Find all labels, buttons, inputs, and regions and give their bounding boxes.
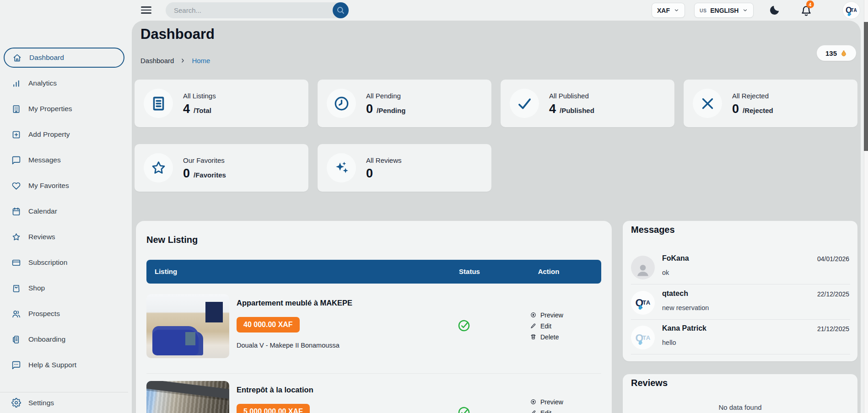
sidebar-item-label: Messages	[28, 156, 61, 164]
sidebar-item-my-properties[interactable]: My Properties	[0, 96, 128, 122]
search-icon	[336, 6, 345, 15]
clock-icon	[333, 95, 350, 112]
help-chat-icon	[11, 360, 21, 370]
stat-card-our-favorites[interactable]: Our Favorites 0 /Favorites	[135, 144, 308, 192]
home-icon	[12, 53, 22, 63]
scrollbar-thumb[interactable]	[864, 22, 868, 151]
stats-grid: All Listings 4 /Total All Pending 0 /Pen…	[135, 80, 857, 192]
message-sender: FoKana	[662, 254, 689, 263]
reviews-panel: Reviews No data found	[623, 374, 857, 413]
message-date: 21/12/2025	[817, 325, 849, 333]
sidebar-item-settings[interactable]: Settings	[0, 392, 128, 413]
sidebar-item-label: Onboarding	[28, 335, 65, 343]
search-input[interactable]	[166, 2, 349, 18]
bag-icon	[11, 284, 21, 293]
sidebar-item-prospects[interactable]: Prospects	[0, 301, 128, 327]
sidebar-item-analytics[interactable]: Analytics	[0, 70, 128, 96]
pencil-icon	[530, 410, 536, 413]
sidebar-item-help-support[interactable]: Help & Support	[0, 352, 128, 378]
sidebar-item-messages[interactable]: Messages	[0, 147, 128, 173]
menu-toggle-icon[interactable]	[141, 6, 151, 14]
stat-label: All Listings	[183, 92, 216, 100]
chevron-down-icon	[742, 7, 748, 13]
new-listing-card: New Listing Listing Status Action Appart…	[136, 221, 612, 413]
stat-card-all-published[interactable]: All Published 4 /Published	[501, 80, 674, 127]
sidebar-item-label: Reviews	[28, 233, 55, 241]
stat-suffix: /Pending	[377, 107, 405, 114]
stat-card-all-listings[interactable]: All Listings 4 /Total	[135, 80, 308, 127]
message-item[interactable]: FoKana 04/01/2026 ok	[631, 252, 850, 284]
sidebar-item-subscription[interactable]: Subscription	[0, 250, 128, 275]
stat-card-all-pending[interactable]: All Pending 0 /Pending	[318, 80, 491, 127]
column-listing: Listing	[155, 260, 177, 284]
edit-button[interactable]: Edit	[530, 322, 563, 330]
breadcrumb-current[interactable]: Home	[192, 57, 210, 64]
reviews-title: Reviews	[631, 378, 668, 388]
star-icon	[11, 232, 21, 242]
listing-actions: Preview Edit Delete	[530, 397, 563, 413]
coins-badge: 135	[817, 45, 856, 61]
currency-selector[interactable]: XAF	[652, 3, 685, 18]
sidebar-item-add-property[interactable]: Add Property	[0, 122, 128, 147]
check-icon	[516, 95, 533, 112]
onboarding-icon	[11, 335, 21, 344]
listing-price-badge: 5 000 000.00 XAF	[237, 404, 310, 413]
sidebar-item-dashboard[interactable]: Dashboard	[4, 48, 124, 68]
pencil-icon	[530, 323, 536, 329]
sidebar-item-calendar[interactable]: Calendar	[0, 198, 128, 224]
stat-card-all-reviews[interactable]: All Reviews 0	[318, 144, 491, 192]
language-selector[interactable]: US ENGLISH	[694, 3, 754, 18]
sidebar-item-onboarding[interactable]: Onboarding	[0, 327, 128, 352]
sidebar-item-shop[interactable]: Shop	[0, 275, 128, 301]
listing-row: Entrepôt à la location 5 000 000.00 XAF …	[146, 375, 601, 413]
user-avatar[interactable]: QTA	[842, 1, 860, 19]
dark-mode-toggle[interactable]	[768, 4, 781, 16]
edit-button[interactable]: Edit	[530, 408, 563, 413]
main-panel: Dashboard Dashboard Home 135 All Listing…	[132, 21, 861, 413]
stat-suffix: /Published	[560, 107, 594, 114]
listing-thumbnail-warehouse	[146, 381, 229, 413]
breadcrumb-root[interactable]: Dashboard	[140, 57, 174, 64]
message-item[interactable]: QTA Kana Patrick 21/12/2025 hello	[631, 322, 850, 354]
stat-label: Our Favorites	[183, 156, 226, 164]
delete-button[interactable]: Delete	[530, 333, 563, 341]
currency-value: XAF	[657, 7, 670, 14]
column-status: Status	[459, 260, 480, 284]
chevron-right-icon	[179, 57, 186, 64]
sidebar-item-reviews[interactable]: Reviews	[0, 224, 128, 250]
listing-title: Entrepôt à la location	[237, 386, 313, 394]
credit-card-icon	[11, 258, 21, 268]
preview-button[interactable]: Preview	[530, 397, 563, 406]
sidebar-item-label: Subscription	[28, 258, 67, 267]
status-published-icon	[457, 319, 471, 333]
page-title: Dashboard	[140, 26, 215, 43]
stat-value: 4	[183, 103, 190, 115]
search-bar	[166, 2, 349, 18]
sidebar-item-label: Calendar	[28, 207, 57, 215]
sidebar: Dashboard Analytics My Properties Add Pr…	[0, 0, 128, 413]
breadcrumb: Dashboard Home	[140, 57, 210, 64]
eye-icon	[530, 312, 536, 318]
heart-icon	[11, 181, 21, 191]
search-button[interactable]	[333, 2, 349, 18]
stat-card-all-rejected[interactable]: All Rejected 0 /Rejected	[684, 80, 857, 127]
language-value: ENGLISH	[710, 7, 739, 14]
sparkles-icon	[333, 160, 350, 177]
message-date: 22/12/2025	[817, 290, 849, 298]
listing-row: Appartement meublé à MAKEPE 40 000.00 XA…	[146, 289, 601, 375]
stat-suffix: /Total	[194, 107, 211, 114]
sidebar-item-label: My Properties	[28, 105, 72, 113]
gear-icon	[11, 398, 21, 408]
stat-value: 0	[366, 103, 373, 115]
avatar-qta-logo: QTA	[631, 291, 655, 315]
qta-logo: QTA	[846, 6, 857, 15]
listing-price-badge: 40 000.00 XAF	[237, 317, 300, 333]
language-flag: US	[700, 8, 706, 13]
message-item[interactable]: QTA qtatech 22/12/2025 new reservation	[631, 287, 850, 320]
notification-badge: 4	[806, 0, 814, 8]
sidebar-item-my-favorites[interactable]: My Favorites	[0, 173, 128, 198]
analytics-icon	[11, 79, 21, 88]
stat-suffix: /Favorites	[194, 171, 226, 179]
preview-button[interactable]: Preview	[530, 311, 563, 319]
stat-value: 4	[549, 103, 556, 115]
